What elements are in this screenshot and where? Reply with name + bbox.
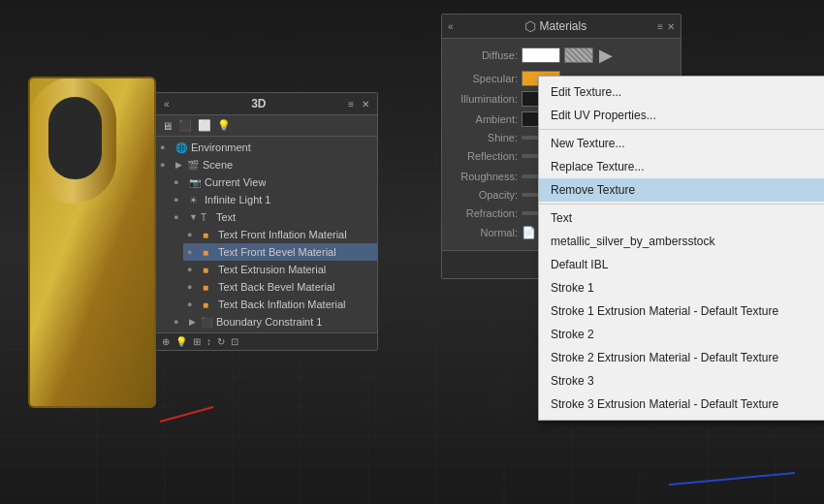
eye-text-front-bevel[interactable]: ●: [187, 247, 201, 257]
menu-item-stroke-2-extrusion[interactable]: Stroke 2 Extrusion Material - Default Te…: [539, 346, 824, 369]
panel-3d-tree: ● 🌐 Environment ● ▶ 🎬 Scene ● 📷 Current …: [156, 137, 377, 332]
tree-item-text-front-inflation[interactable]: ● ■ Text Front Inflation Material: [183, 226, 377, 243]
props-menu: ≡ ✕: [657, 21, 675, 32]
text-front-bevel-label: Text Front Bevel Material: [218, 246, 336, 258]
constraint-icon: ⬛: [201, 317, 214, 328]
boundary-constraint-1-label: Boundary Constraint 1: [216, 316, 322, 328]
scene-arrow: ▶: [175, 160, 185, 170]
context-menu-section-1: Edit Texture... Edit UV Properties...: [539, 79, 824, 130]
scene-label: Scene: [203, 159, 233, 171]
grid-icon[interactable]: ⊞: [193, 336, 201, 347]
props-close-icon[interactable]: ✕: [667, 21, 675, 32]
text-label: Text: [216, 211, 236, 223]
diffuse-swatch[interactable]: [522, 47, 560, 63]
context-menu-section-3: Text metallic_silver_by_ambersstock Defa…: [539, 205, 824, 418]
rotate-icon[interactable]: ↻: [217, 336, 225, 347]
menu-item-stroke-1[interactable]: Stroke 1: [539, 276, 824, 299]
panel-3d-title: 3D: [251, 97, 266, 110]
panel-3d-header-controls: «: [162, 98, 172, 110]
material-icon-5: ■: [203, 299, 216, 310]
collapse-icon[interactable]: «: [162, 98, 172, 110]
text-front-inflation-label: Text Front Inflation Material: [218, 229, 347, 240]
eye-scene[interactable]: ●: [160, 160, 174, 170]
reflection-label: Reflection:: [448, 150, 518, 162]
text-arrow: ▼: [189, 212, 199, 222]
infinite-light-1-label: Infinite Light 1: [205, 194, 271, 205]
tree-item-text-front-bevel[interactable]: ● ■ Text Front Bevel Material: [183, 243, 377, 261]
tree-item-infinite-light-1[interactable]: ● ☀ Infinite Light 1: [170, 191, 377, 208]
context-menu: Edit Texture... Edit UV Properties... Ne…: [538, 76, 824, 421]
shine-label: Shine:: [448, 132, 518, 143]
infinite-light-icon: ☀: [189, 195, 203, 205]
text-extrusion-label: Text Extrusion Material: [218, 264, 326, 275]
opacity-label: Opacity:: [448, 189, 518, 201]
menu-item-default-ibl[interactable]: Default IBL: [539, 253, 824, 276]
eye-infinite-light-1[interactable]: ●: [174, 195, 187, 205]
normal-label: Normal:: [448, 227, 518, 238]
svg-rect-26: [48, 97, 102, 179]
menu-item-metallic-silver[interactable]: metallic_silver_by_ambersstock: [539, 230, 824, 253]
tree-item-current-view[interactable]: ● 📷 Current View: [170, 173, 377, 191]
menu-item-new-texture[interactable]: New Texture...: [539, 132, 824, 155]
move-icon[interactable]: ↕: [206, 336, 211, 347]
menu-item-edit-texture[interactable]: Edit Texture...: [539, 80, 824, 104]
material-icon-3: ■: [203, 265, 216, 275]
sphere-icon[interactable]: ⬜: [198, 119, 211, 132]
eye-text-front-inflation[interactable]: ●: [187, 230, 201, 239]
eye-text-back-bevel[interactable]: ●: [187, 282, 201, 292]
panel-3d-header: « 3D ≡ ✕: [156, 93, 377, 115]
props-collapse-icon[interactable]: «: [448, 21, 454, 32]
tree-item-text-extrusion[interactable]: ● ■ Text Extrusion Material: [183, 261, 377, 278]
diffuse-texture-arrow[interactable]: ▶: [599, 45, 613, 66]
material-icon-2: ■: [203, 247, 216, 258]
eye-text[interactable]: ●: [174, 212, 187, 222]
properties-header: « ⬡ Materials ≡ ✕: [442, 15, 681, 39]
diffuse-label: Diffuse:: [448, 49, 518, 61]
eye-current-view[interactable]: ●: [174, 177, 187, 187]
eye-text-back-inflation[interactable]: ●: [187, 299, 201, 309]
menu-item-stroke-3-extrusion[interactable]: Stroke 3 Extrusion Material - Default Te…: [539, 393, 824, 416]
scale-icon[interactable]: ⊡: [231, 336, 238, 347]
tree-item-scene[interactable]: ● ▶ 🎬 Scene: [156, 156, 377, 173]
environment-icon: 🌐: [175, 142, 189, 153]
new-scene-icon[interactable]: 🖥: [162, 120, 173, 132]
panel-3d-footer: ⊕ 💡 ⊞ ↕ ↻ ⊡: [156, 332, 377, 350]
text-back-bevel-label: Text Back Bevel Material: [218, 281, 334, 293]
light-icon[interactable]: 💡: [217, 119, 231, 132]
tree-item-text-back-inflation[interactable]: ● ■ Text Back Inflation Material: [183, 296, 377, 313]
tree-item-environment[interactable]: ● 🌐 Environment: [156, 139, 377, 156]
tree-item-text-back-bevel[interactable]: ● ■ Text Back Bevel Material: [183, 278, 377, 296]
props-menu-icon[interactable]: ≡: [657, 21, 663, 32]
roughness-label: Roughness:: [448, 171, 518, 182]
panel-3d: « 3D ≡ ✕ 🖥 ⬛ ⬜ 💡 ● 🌐 Environment ● ▶ 🎬 S…: [155, 92, 378, 351]
panel-3d-menu-icon[interactable]: ≡: [346, 98, 356, 110]
refraction-label: Refraction:: [448, 207, 518, 219]
menu-item-text[interactable]: Text: [539, 206, 824, 230]
add-object-icon[interactable]: ⊕: [162, 336, 170, 347]
menu-item-remove-texture[interactable]: Remove Texture: [539, 178, 824, 202]
eye-boundary-constraint-1[interactable]: ●: [174, 317, 187, 327]
normal-file-icon[interactable]: 📄: [522, 226, 536, 239]
cube-icon[interactable]: ⬛: [178, 119, 192, 132]
tree-item-boundary-constraint-1[interactable]: ● ▶ ⬛ Boundary Constraint 1: [170, 313, 377, 331]
diffuse-row: Diffuse: ▶: [448, 45, 675, 66]
menu-item-edit-uv[interactable]: Edit UV Properties...: [539, 104, 824, 127]
eye-environment[interactable]: ●: [160, 142, 174, 152]
material-icon-4: ■: [203, 282, 216, 293]
materials-tab[interactable]: ⬡ Materials: [524, 18, 587, 34]
camera-icon: 📷: [189, 177, 203, 188]
text-back-inflation-label: Text Back Inflation Material: [218, 299, 345, 310]
menu-item-stroke-1-extrusion[interactable]: Stroke 1 Extrusion Material - Default Te…: [539, 299, 824, 323]
menu-item-replace-texture[interactable]: Replace Texture...: [539, 155, 824, 178]
menu-item-stroke-3[interactable]: Stroke 3: [539, 369, 824, 393]
eye-text-extrusion[interactable]: ●: [187, 265, 201, 274]
diffuse-texture-thumb[interactable]: [564, 47, 593, 63]
materials-icon: ⬡: [524, 18, 536, 34]
menu-item-stroke-2[interactable]: Stroke 2: [539, 323, 824, 346]
tree-item-text[interactable]: ● ▼ T Text: [170, 208, 377, 226]
props-collapse: «: [448, 21, 454, 32]
panel-3d-close-icon[interactable]: ✕: [360, 98, 371, 110]
environment-label: Environment: [191, 142, 251, 153]
boundary-arrow: ▶: [189, 317, 199, 327]
bulb-icon[interactable]: 💡: [175, 336, 187, 347]
